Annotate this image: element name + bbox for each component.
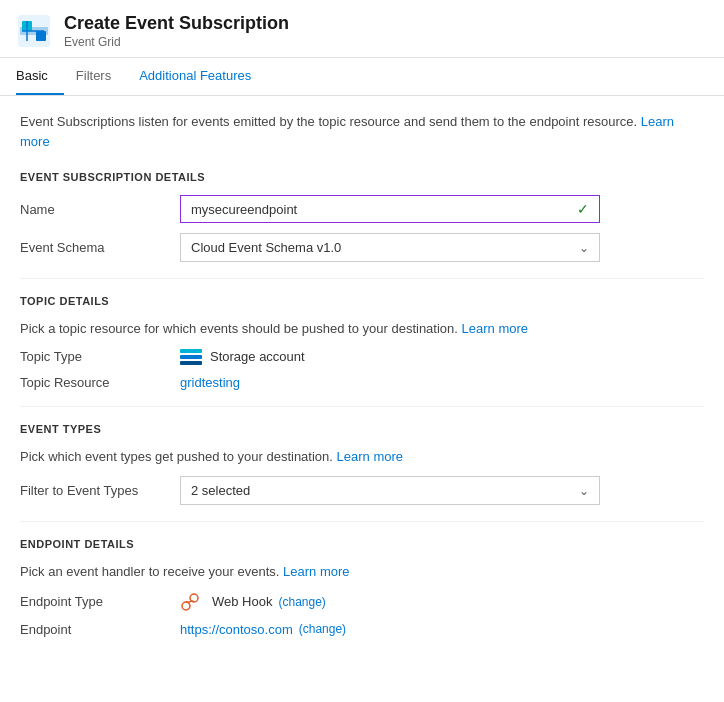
endpoint-type-label: Endpoint Type bbox=[20, 594, 180, 609]
endpoint-learn-more-link[interactable]: Learn more bbox=[283, 564, 349, 579]
filter-event-types-select-wrapper: 2 selected ⌄ bbox=[180, 476, 600, 505]
topic-details-description: Pick a topic resource for which events s… bbox=[20, 319, 704, 339]
webhook-icon bbox=[180, 592, 200, 612]
event-schema-value: Cloud Event Schema v1.0 bbox=[191, 240, 341, 255]
topic-type-value: Storage account bbox=[210, 349, 305, 364]
name-row: Name mysecureendpoint ✓ bbox=[20, 195, 704, 223]
tab-filters[interactable]: Filters bbox=[76, 58, 127, 95]
endpoint-type-change-link[interactable]: (change) bbox=[278, 595, 325, 609]
main-content: Event Subscriptions listen for events em… bbox=[0, 96, 724, 663]
filter-event-types-value: 2 selected bbox=[191, 483, 250, 498]
svg-point-6 bbox=[182, 602, 190, 610]
divider-1 bbox=[20, 278, 704, 279]
divider-3 bbox=[20, 521, 704, 522]
page-header: Create Event Subscription Event Grid bbox=[0, 0, 724, 58]
divider-2 bbox=[20, 406, 704, 407]
endpoint-change-link[interactable]: (change) bbox=[299, 622, 346, 636]
topic-resource-label: Topic Resource bbox=[20, 375, 180, 390]
page-subtitle: Event Grid bbox=[64, 35, 289, 49]
endpoint-type-value-group: Web Hook (change) bbox=[180, 592, 326, 612]
endpoint-details-section-title: ENDPOINT DETAILS bbox=[20, 538, 704, 550]
filter-chevron-down-icon: ⌄ bbox=[579, 484, 589, 498]
topic-resource-row: Topic Resource gridtesting bbox=[20, 375, 704, 390]
endpoint-label: Endpoint bbox=[20, 622, 180, 637]
topic-resource-link[interactable]: gridtesting bbox=[180, 375, 240, 390]
endpoint-url-link[interactable]: https://contoso.com bbox=[180, 622, 293, 637]
page-title: Create Event Subscription bbox=[64, 12, 289, 35]
topic-details-section-title: TOPIC DETAILS bbox=[20, 295, 704, 307]
event-subscription-section-title: EVENT SUBSCRIPTION DETAILS bbox=[20, 171, 704, 183]
endpoint-details-description: Pick an event handler to receive your ev… bbox=[20, 562, 704, 582]
filter-event-types-select[interactable]: 2 selected ⌄ bbox=[180, 476, 600, 505]
name-input[interactable]: mysecureendpoint ✓ bbox=[180, 195, 600, 223]
chevron-down-icon: ⌄ bbox=[579, 241, 589, 255]
event-types-description: Pick which event types get pushed to you… bbox=[20, 447, 704, 467]
endpoint-row: Endpoint https://contoso.com (change) bbox=[20, 622, 704, 637]
header-text-group: Create Event Subscription Event Grid bbox=[64, 12, 289, 49]
endpoint-type-row: Endpoint Type Web Hook (change) bbox=[20, 592, 704, 612]
storage-account-icon bbox=[180, 349, 202, 365]
topic-type-value-group: Storage account bbox=[180, 349, 305, 365]
event-schema-select-wrapper: Cloud Event Schema v1.0 ⌄ bbox=[180, 233, 600, 262]
event-types-section-title: EVENT TYPES bbox=[20, 423, 704, 435]
event-schema-row: Event Schema Cloud Event Schema v1.0 ⌄ bbox=[20, 233, 704, 262]
name-label: Name bbox=[20, 202, 180, 217]
endpoint-value-group: https://contoso.com (change) bbox=[180, 622, 346, 637]
tab-additional-features[interactable]: Additional Features bbox=[139, 58, 267, 95]
topic-learn-more-link[interactable]: Learn more bbox=[462, 321, 528, 336]
topic-type-row: Topic Type Storage account bbox=[20, 349, 704, 365]
svg-rect-3 bbox=[36, 31, 46, 41]
tab-bar: Basic Filters Additional Features bbox=[0, 58, 724, 96]
filter-event-types-label: Filter to Event Types bbox=[20, 483, 180, 498]
filter-event-types-row: Filter to Event Types 2 selected ⌄ bbox=[20, 476, 704, 505]
event-schema-label: Event Schema bbox=[20, 240, 180, 255]
topic-type-label: Topic Type bbox=[20, 349, 180, 364]
event-types-learn-more-link[interactable]: Learn more bbox=[337, 449, 403, 464]
event-grid-icon bbox=[16, 13, 52, 49]
name-value: mysecureendpoint bbox=[191, 202, 297, 217]
intro-text: Event Subscriptions listen for events em… bbox=[20, 112, 704, 151]
event-schema-select[interactable]: Cloud Event Schema v1.0 ⌄ bbox=[180, 233, 600, 262]
valid-check-icon: ✓ bbox=[577, 201, 589, 217]
tab-basic[interactable]: Basic bbox=[16, 58, 64, 95]
endpoint-type-value: Web Hook bbox=[212, 594, 272, 609]
name-input-wrapper: mysecureendpoint ✓ bbox=[180, 195, 600, 223]
